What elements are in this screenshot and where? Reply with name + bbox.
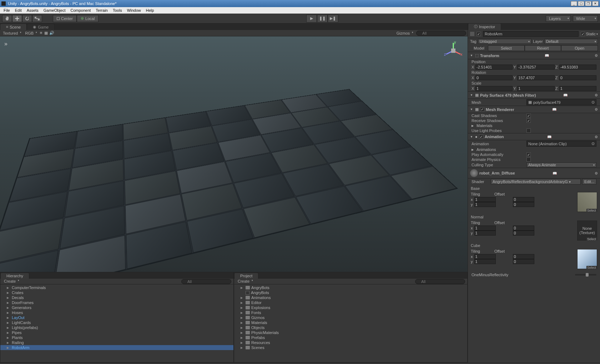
cast-shadows-checkbox[interactable] <box>526 113 531 118</box>
menu-help[interactable]: Help <box>144 8 156 13</box>
position-y-input[interactable] <box>517 65 554 70</box>
menu-file[interactable]: File <box>1 8 12 13</box>
orientation-gizmo[interactable]: y x z <box>443 40 464 61</box>
project-item[interactable]: ▶PhysicMaterials <box>234 330 467 335</box>
hierarchy-item[interactable]: ▶DoorFrames <box>0 300 233 305</box>
static-checkbox[interactable] <box>581 32 585 36</box>
hierarchy-item[interactable]: ▶Pipes <box>0 330 233 335</box>
hierarchy-item[interactable]: ▶ComputerTerminals <box>0 285 233 290</box>
project-item[interactable]: ▶Explosions <box>234 305 467 310</box>
menu-terrain[interactable]: Terrain <box>94 8 110 13</box>
meshrenderer-component-header[interactable]: ▼ ▦ Mesh Renderer 📖 ⚙ <box>468 106 600 113</box>
hierarchy-item[interactable]: ▶Decals <box>0 295 233 300</box>
rotation-x-input[interactable] <box>475 75 513 80</box>
normal-offset-y-input[interactable] <box>513 231 534 236</box>
project-tab[interactable]: Project <box>234 273 258 279</box>
rotate-tool-button[interactable] <box>22 15 32 22</box>
hierarchy-item[interactable]: ▶LightCards <box>0 320 233 325</box>
menu-edit[interactable]: Edit <box>13 8 24 13</box>
project-item[interactable]: ▶Materials <box>234 320 467 325</box>
cube-offset-x-input[interactable] <box>513 254 534 259</box>
layers-dropdown[interactable]: Layers <box>546 15 571 22</box>
base-tiling-x-input[interactable] <box>474 197 496 202</box>
meshrenderer-help-icon[interactable]: 📖 <box>552 107 556 111</box>
project-item[interactable]: ▶AngryBots <box>234 285 467 290</box>
animation-foldout-icon[interactable]: ▼ <box>470 135 474 138</box>
scale-z-input[interactable] <box>559 86 596 91</box>
scene-viewport[interactable]: » y x z <box>0 36 468 272</box>
project-search-input[interactable] <box>415 279 465 284</box>
menu-component[interactable]: Component <box>68 8 93 13</box>
cube-tiling-x-input[interactable] <box>474 254 496 259</box>
cube-tiling-y-input[interactable] <box>474 259 496 264</box>
meshfilter-help-icon[interactable]: 📖 <box>563 93 568 97</box>
project-item[interactable]: ▶Resources <box>234 340 467 345</box>
prefab-select-button[interactable]: Select <box>488 45 525 51</box>
normal-offset-x-input[interactable] <box>513 226 534 231</box>
gameobject-name[interactable]: RobotArm <box>483 31 579 37</box>
play-button[interactable]: ▶ <box>306 15 317 22</box>
minimize-button[interactable]: _ <box>571 1 577 6</box>
material-help-icon[interactable]: 📖 <box>553 171 557 175</box>
close-button[interactable]: ✕ <box>592 1 599 6</box>
static-dropdown[interactable]: ▾ <box>596 32 598 36</box>
animate-physics-checkbox[interactable] <box>526 157 531 162</box>
base-offset-y-input[interactable] <box>513 202 534 207</box>
inspector-tab[interactable]: ⓘInspector <box>468 23 501 30</box>
meshfilter-gear-icon[interactable]: ⚙ <box>595 93 598 97</box>
scene-tab[interactable]: ⌗Scene <box>0 24 27 30</box>
animation-component-header[interactable]: ▼ ● Animation 📖 ⚙ <box>468 133 600 140</box>
hierarchy-tab[interactable]: Hierarchy <box>0 273 29 279</box>
anim-clip-field[interactable]: None (Animation Clip)⊙ <box>526 141 596 147</box>
transform-gear-icon[interactable]: ⚙ <box>595 54 598 57</box>
normal-texture-slot[interactable]: None (Texture)Select <box>577 221 597 241</box>
hierarchy-item[interactable]: ▶LayOut <box>0 315 233 320</box>
gizmos-dropdown[interactable]: Gizmos <box>395 31 414 35</box>
game-tab[interactable]: ◉Game <box>27 24 55 30</box>
maximize-button[interactable]: ▢ <box>578 1 584 6</box>
base-offset-x-input[interactable] <box>513 197 534 202</box>
pivot-center-button[interactable]: Center <box>53 15 77 22</box>
mesh-object-field[interactable]: ▦polySurface479⊙ <box>526 99 596 105</box>
menu-window[interactable]: Window <box>125 8 143 13</box>
hand-tool-button[interactable] <box>2 15 12 22</box>
hierarchy-create-dropdown[interactable]: Create <box>2 279 20 284</box>
light-probes-checkbox[interactable] <box>526 128 531 133</box>
play-auto-checkbox[interactable] <box>526 152 531 157</box>
materials-foldout-icon[interactable]: ▶ <box>472 124 475 127</box>
transform-help-icon[interactable]: 📖 <box>545 54 549 57</box>
culling-dropdown[interactable]: Always Animate <box>526 162 596 167</box>
render-mode-dropdown[interactable]: RGB <box>24 31 38 35</box>
gameobject-active-checkbox[interactable] <box>477 32 481 36</box>
animation-help-icon[interactable]: 📖 <box>547 135 551 139</box>
transform-foldout-icon[interactable]: ▼ <box>470 54 474 57</box>
meshrenderer-gear-icon[interactable]: ⚙ <box>595 107 598 111</box>
draw-mode-dropdown[interactable]: Textured <box>1 31 22 35</box>
normal-tiling-x-input[interactable] <box>474 226 496 231</box>
project-item[interactable]: ▶Editor <box>234 300 467 305</box>
project-item[interactable]: ▶Prefabs <box>234 335 467 340</box>
position-x-input[interactable] <box>475 65 513 70</box>
pause-button[interactable]: ❚❚ <box>317 15 328 22</box>
animation-gear-icon[interactable]: ⚙ <box>595 135 598 139</box>
project-item[interactable]: ▶Fonts <box>234 310 467 315</box>
step-button[interactable]: ▶❚ <box>328 15 338 22</box>
meshfilter-foldout-icon[interactable]: ▼ <box>470 93 474 97</box>
transform-component-header[interactable]: ▼ ⬚ Transform 📖 ⚙ <box>468 52 600 59</box>
menu-gameobject[interactable]: GameObject <box>41 8 68 13</box>
normal-tiling-y-input[interactable] <box>474 231 496 236</box>
hierarchy-search-input[interactable] <box>181 279 231 284</box>
animations-foldout-icon[interactable]: ▶ <box>472 148 475 151</box>
prefab-open-button[interactable]: Open <box>561 45 598 51</box>
project-item[interactable]: ▶Gizmos <box>234 315 467 320</box>
pivot-local-button[interactable]: ⊕Local <box>77 15 99 22</box>
scene-audio-toggle[interactable]: 🔊 <box>49 31 54 35</box>
project-create-dropdown[interactable]: Create <box>236 279 254 284</box>
scale-y-input[interactable] <box>517 86 554 91</box>
project-item[interactable]: ▶Animations <box>234 295 467 300</box>
scale-tool-button[interactable] <box>32 15 42 22</box>
meshrenderer-enabled-checkbox[interactable] <box>480 107 484 112</box>
prefab-revert-button[interactable]: Revert <box>525 45 561 51</box>
shader-dropdown[interactable]: AngryBots/ReflectiveBackgroundArbitraryG… <box>491 179 581 184</box>
cube-texture-slot[interactable]: Select <box>577 249 597 269</box>
